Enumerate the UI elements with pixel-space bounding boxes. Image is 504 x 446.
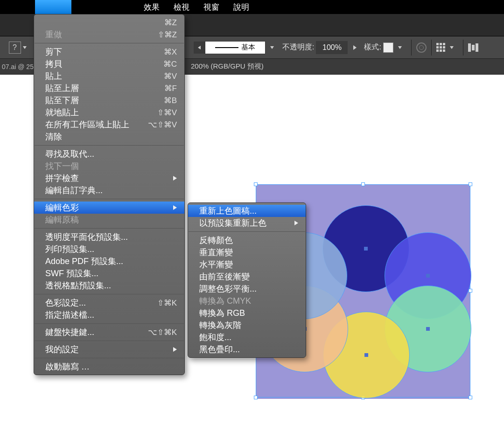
anchor-point[interactable] [426, 327, 430, 331]
menu-vblend[interactable]: 垂直漸變 [188, 246, 306, 258]
sel-handle[interactable] [469, 182, 472, 186]
sel-handle[interactable] [469, 396, 472, 399]
menu-view[interactable]: 檢視 [167, 0, 196, 14]
menu-color-settings[interactable]: 色彩設定...⇧⌘K [34, 297, 184, 309]
submenu-arrow-icon [173, 347, 177, 352]
menu-to-rgb[interactable]: 轉換為 RGB [188, 307, 306, 319]
menu-clear[interactable]: 清除 [34, 131, 184, 143]
help-icon: ? [9, 42, 21, 54]
menu-redo: 重做⇧⌘Z [34, 28, 184, 41]
menu-help[interactable]: 說明 [226, 0, 256, 14]
menu-paste-all[interactable]: 在所有工作區域上貼上⌥⇧⌘V [34, 118, 184, 131]
menu-separator [35, 43, 184, 43]
anchor-point[interactable] [426, 274, 430, 278]
menu-paste-front[interactable]: 貼至上層⌘F [34, 82, 184, 94]
opacity-value[interactable]: 100% [316, 41, 348, 54]
menu-cut[interactable]: 剪下⌘X [34, 46, 184, 58]
menu-invert-colors[interactable]: 反轉顏色 [188, 234, 306, 246]
menubar: 效果 檢視 視窗 說明 [0, 0, 504, 14]
menu-separator [35, 199, 184, 199]
menu-trans-preset[interactable]: 透明度平面化預設集... [34, 231, 184, 243]
menu-undo: ⌘Z [34, 16, 184, 28]
style-dropdown[interactable] [393, 46, 406, 49]
menu-dict[interactable]: 編輯自訂字典... [34, 184, 184, 196]
menu-paste-back[interactable]: 貼至下層⌘B [34, 94, 184, 106]
submenu-arrow-icon [294, 221, 298, 225]
menu-separator [35, 341, 184, 341]
align-grid-icon[interactable] [436, 43, 445, 52]
menu-fbblend[interactable]: 由前至後漸變 [188, 271, 306, 283]
menu-paste[interactable]: 貼上⌘V [34, 70, 184, 82]
menu-to-cmyk: 轉換為 CMYK [188, 295, 306, 307]
menu-find[interactable]: 尋找及取代... [34, 148, 184, 160]
menu-kb-shortcuts[interactable]: 鍵盤快捷鍵...⌥⇧⌘K [34, 326, 184, 338]
menu-balance[interactable]: 調整色彩平衡... [188, 283, 306, 295]
menu-assign-profile[interactable]: 指定描述檔... [34, 309, 184, 321]
submenu-arrow-icon [173, 176, 177, 181]
menu-copy[interactable]: 拷貝⌘C [34, 58, 184, 70]
menu-edit-colors[interactable]: 編輯色彩 [34, 202, 184, 214]
separator [463, 40, 463, 56]
menu-recolor-artwork[interactable]: 重新上色圖稿... [188, 205, 306, 217]
doc-tab-left: 07.ai @ 25 [0, 63, 35, 70]
menu-separator [35, 145, 184, 146]
sel-handle[interactable] [254, 182, 258, 186]
style-label: 樣式: [364, 42, 381, 52]
menu-window[interactable]: 視窗 [196, 0, 226, 14]
menu-hblend[interactable]: 水平漸變 [188, 258, 306, 271]
menu-my-settings[interactable]: 我的設定 [34, 343, 184, 355]
menu-pdf-preset[interactable]: Adobe PDF 預設集... [34, 255, 184, 267]
menu-dictation[interactable]: 啟動聽寫 … [34, 361, 184, 373]
stroke-left[interactable] [194, 42, 205, 54]
sel-handle[interactable] [361, 182, 365, 186]
menu-separator [35, 294, 184, 294]
stroke-style-label: 基本 [241, 43, 255, 52]
menu-spellcheck[interactable]: 拼字檢查 [34, 172, 184, 184]
doc-tab[interactable]: 200% (RGB/GPU 預視) [184, 62, 270, 71]
opacity-label: 不透明度: [282, 42, 314, 52]
menu-print-preset[interactable]: 列印預設集... [34, 243, 184, 255]
menu-swf-preset[interactable]: SWF 預設集... [34, 267, 184, 279]
menu-separator [35, 323, 184, 324]
arrow-right-icon [353, 45, 357, 50]
recolor-icon[interactable] [416, 42, 427, 53]
menu-edit-original: 編輯原稿 [34, 214, 184, 226]
menu-paste-in-place[interactable]: 就地貼上⇧⌘V [34, 106, 184, 118]
sel-handle[interactable] [254, 396, 258, 399]
align-dropdown[interactable] [445, 46, 458, 49]
separator [431, 40, 432, 56]
menu-persp-preset[interactable]: 透視格點預設集... [34, 279, 184, 292]
align-icon[interactable] [468, 43, 478, 52]
help-picker[interactable]: ? [0, 42, 35, 54]
edit-menu: ⌘Z 重做⇧⌘Z 剪下⌘X 拷貝⌘C 貼上⌘V 貼至上層⌘F 貼至下層⌘B 就地… [34, 14, 185, 375]
menu-effects[interactable]: 效果 [137, 0, 167, 14]
submenu-arrow-icon [173, 205, 177, 210]
chevron-down-icon [23, 46, 27, 49]
menu-saturation[interactable]: 飽和度... [188, 331, 306, 343]
menu-to-gray[interactable]: 轉換為灰階 [188, 319, 306, 331]
menu-overprint-black[interactable]: 黑色疊印... [188, 343, 306, 355]
menu-separator [35, 228, 184, 229]
style-swatch[interactable] [383, 42, 393, 53]
anchor-point[interactable] [364, 353, 368, 357]
menu-recolor-preset[interactable]: 以預設集重新上色 [188, 217, 306, 229]
menu-find-next: 找下一個 [34, 160, 184, 172]
stroke-dropdown[interactable] [266, 46, 279, 49]
menu-edit-active[interactable] [35, 0, 71, 14]
separator [411, 40, 412, 56]
menu-separator [35, 358, 184, 358]
stroke-style-picker[interactable]: 基本 [205, 41, 266, 54]
stroke-line-icon [215, 47, 238, 48]
menu-separator [189, 231, 305, 232]
edit-colors-submenu: 重新上色圖稿... 以預設集重新上色 反轉顏色 垂直漸變 水平漸變 由前至後漸變… [188, 202, 306, 358]
anchor-point[interactable] [364, 247, 368, 251]
